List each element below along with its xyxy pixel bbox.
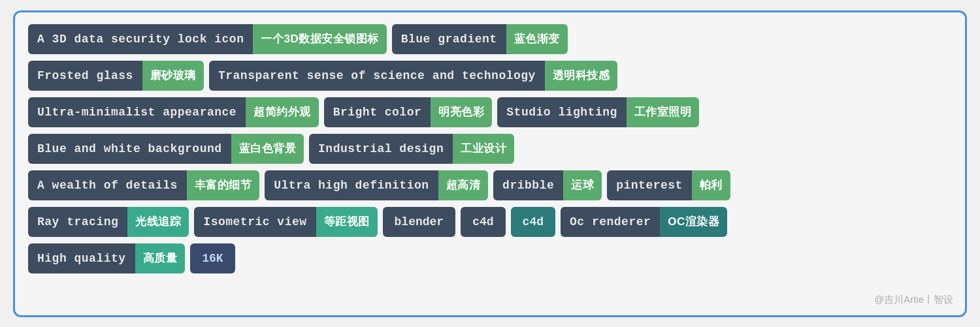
row-2: Frosted glass 磨砂玻璃 Transparent sense of … (28, 61, 952, 91)
tag-wealth-details-zh: 丰富的细节 (187, 170, 260, 200)
tag-industrial-design-zh: 工业设计 (453, 134, 514, 164)
tag-high-quality-en: High quality (28, 243, 135, 273)
tag-pinterest: pinterest 帕利 (607, 170, 730, 200)
tag-frosted-glass: Frosted glass 磨砂玻璃 (28, 61, 204, 91)
tag-ray-tracing-zh: 光线追踪 (127, 207, 189, 237)
watermark: @吉川Artie丨智设 (874, 294, 953, 306)
tag-dribble-en: dribble (493, 170, 563, 200)
tag-wealth-details-en: A wealth of details (28, 170, 187, 200)
tag-pinterest-en: pinterest (607, 170, 692, 200)
tag-ultra-hd: Ultra high definition 超高清 (265, 170, 488, 200)
row-4: Blue and white background 蓝白色背景 Industri… (28, 134, 952, 164)
tag-oc-renderer-zh: OC渲染器 (660, 207, 727, 237)
tag-blue-white-bg-en: Blue and white background (28, 134, 231, 164)
tag-studio-lighting: Studio lighting 工作室照明 (497, 97, 699, 127)
tag-high-quality: High quality 高质量 (28, 243, 185, 273)
tag-minimalist-zh: 超简约外观 (246, 97, 319, 127)
tag-frosted-glass-en: Frosted glass (28, 61, 142, 91)
tag-dribble: dribble 运球 (493, 170, 602, 200)
row-7: High quality 高质量 16K (28, 243, 952, 273)
tag-bright-color-zh: 明亮色彩 (431, 97, 492, 127)
main-card: A 3D data security lock icon 一个3D数据安全锁图标… (13, 10, 967, 317)
tag-blue-white-bg-zh: 蓝白色背景 (231, 134, 304, 164)
tag-bright-color-en: Bright color (324, 97, 431, 127)
tag-bright-color: Bright color 明亮色彩 (324, 97, 493, 127)
tag-wealth-details: A wealth of details 丰富的细节 (28, 170, 259, 200)
tag-industrial-design: Industrial design 工业设计 (309, 134, 514, 164)
row-1: A 3D data security lock icon 一个3D数据安全锁图标… (28, 24, 952, 54)
row-6: Ray tracing 光线追踪 Isometric view 等距视图 ble… (28, 207, 952, 237)
tag-high-quality-zh: 高质量 (135, 243, 186, 273)
tag-oc-renderer-en: Oc renderer (561, 207, 660, 237)
tag-3d-lock-zh: 一个3D数据安全锁图标 (253, 24, 386, 54)
tag-isometric: Isometric view 等距视图 (194, 207, 377, 237)
tag-blue-gradient-zh: 蓝色渐变 (506, 24, 568, 54)
tag-c4d-2: c4d (511, 207, 555, 237)
row-5: A wealth of details 丰富的细节 Ultra high def… (28, 170, 952, 200)
tag-blue-white-bg: Blue and white background 蓝白色背景 (28, 134, 304, 164)
tag-3d-lock-en: A 3D data security lock icon (28, 24, 253, 54)
row-3: Ultra-minimalist appearance 超简约外观 Bright… (28, 97, 952, 127)
tag-frosted-glass-zh: 磨砂玻璃 (142, 61, 204, 91)
tag-transparent-tech-zh: 透明科技感 (545, 61, 618, 91)
tag-transparent-tech: Transparent sense of science and technol… (209, 61, 617, 91)
tag-isometric-zh: 等距视图 (316, 207, 378, 237)
tag-3d-lock: A 3D data security lock icon 一个3D数据安全锁图标 (28, 24, 387, 54)
tag-minimalist-en: Ultra-minimalist appearance (28, 97, 246, 127)
tag-blue-gradient: Blue gradient 蓝色渐变 (392, 24, 568, 54)
tag-blender: blender (383, 207, 456, 237)
tag-minimalist: Ultra-minimalist appearance 超简约外观 (28, 97, 319, 127)
tag-isometric-en: Isometric view (194, 207, 316, 237)
tag-16k: 16K (190, 243, 235, 273)
tag-industrial-design-en: Industrial design (309, 134, 453, 164)
tag-ray-tracing-en: Ray tracing (28, 207, 127, 237)
tag-studio-lighting-en: Studio lighting (497, 97, 627, 127)
tag-pinterest-zh: 帕利 (692, 170, 730, 200)
tag-ray-tracing: Ray tracing 光线追踪 (28, 207, 189, 237)
tag-dribble-zh: 运球 (563, 170, 602, 200)
tag-blue-gradient-en: Blue gradient (392, 24, 506, 54)
tag-ultra-hd-en: Ultra high definition (265, 170, 438, 200)
tag-c4d-1: c4d (461, 207, 505, 237)
tag-ultra-hd-zh: 超高清 (438, 170, 489, 200)
tag-studio-lighting-zh: 工作室照明 (627, 97, 700, 127)
tag-oc-renderer: Oc renderer OC渲染器 (561, 207, 727, 237)
tag-transparent-tech-en: Transparent sense of science and technol… (209, 61, 545, 91)
